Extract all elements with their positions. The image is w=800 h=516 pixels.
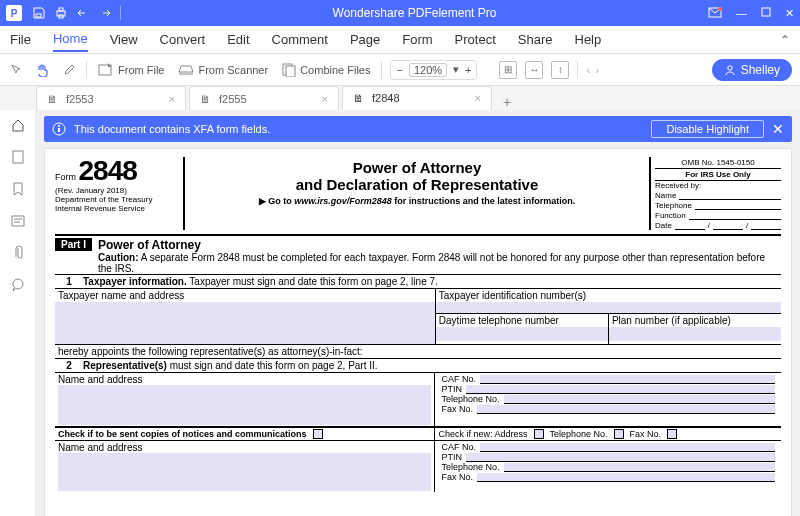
fit-page-icon[interactable]: ⊞ — [499, 61, 517, 79]
row-label: Representative(s) — [83, 360, 167, 371]
svg-rect-12 — [13, 151, 23, 163]
prev-page-icon[interactable]: ‹ — [586, 64, 590, 76]
thumbnails-icon[interactable] — [9, 148, 27, 166]
chat-icon[interactable] — [9, 276, 27, 294]
form-dept2: Internal Revenue Service — [55, 205, 179, 214]
caution-label: Caution: — [98, 252, 139, 263]
window-title: Wondershare PDFelement Pro — [121, 6, 708, 20]
telno-field[interactable] — [504, 395, 775, 404]
zoom-out-button[interactable]: − — [396, 64, 402, 76]
tab-f2848[interactable]: 🗎 f2848 × — [342, 86, 492, 110]
next-page-icon[interactable]: › — [595, 64, 599, 76]
titlebar: P Wondershare PDFelement Pro — ✕ — [0, 0, 800, 26]
date-field-3[interactable] — [751, 221, 781, 230]
zoom-in-button[interactable]: + — [465, 64, 471, 76]
save-icon[interactable] — [32, 6, 46, 20]
tab-f2555[interactable]: 🗎 f2555 × — [189, 86, 339, 110]
caf2-field[interactable] — [480, 443, 775, 452]
check-copies-checkbox[interactable] — [313, 429, 323, 439]
zoom-dropdown-icon[interactable]: ▾ — [453, 63, 459, 76]
close-infobar-icon[interactable]: ✕ — [772, 121, 784, 137]
attachments-icon[interactable] — [9, 244, 27, 262]
caf-label: CAF No. — [441, 374, 476, 384]
home-icon[interactable] — [9, 116, 27, 134]
close-button[interactable]: ✕ — [785, 7, 794, 20]
menu-protect[interactable]: Protect — [455, 32, 496, 47]
taxpayer-name-address-field[interactable] — [55, 302, 435, 344]
comments-icon[interactable] — [9, 212, 27, 230]
user-name: Shelley — [741, 63, 780, 77]
rep2-name-addr-label: Name and address — [58, 442, 431, 453]
close-tab-icon[interactable]: × — [169, 93, 175, 105]
function-field[interactable] — [689, 211, 781, 220]
menu-home[interactable]: Home — [53, 31, 88, 52]
date-field-1[interactable] — [675, 221, 705, 230]
menu-comment[interactable]: Comment — [272, 32, 328, 47]
combine-files-button[interactable]: Combine Files — [279, 61, 373, 79]
row-2: 2 Representative(s) must sign and date t… — [55, 358, 781, 373]
menu-page[interactable]: Page — [350, 32, 380, 47]
menu-convert[interactable]: Convert — [160, 32, 206, 47]
rep-name-addr-field[interactable] — [58, 385, 431, 425]
faxno2-label: Fax No. — [441, 472, 473, 482]
function-label: Function — [655, 211, 686, 220]
faxno2-field[interactable] — [477, 473, 775, 482]
from-scanner-button[interactable]: From Scanner — [175, 62, 271, 78]
notification-icon[interactable] — [708, 7, 722, 20]
menu-view[interactable]: View — [110, 32, 138, 47]
tin-field[interactable] — [436, 302, 781, 314]
document-pane: This document contains XFA form fields. … — [36, 110, 800, 516]
fit-height-icon[interactable]: ↕ — [551, 61, 569, 79]
collapse-ribbon-icon[interactable]: ⌃ — [780, 33, 790, 47]
from-file-button[interactable]: From File — [95, 61, 167, 79]
separator — [577, 61, 578, 79]
ptin-field[interactable] — [466, 385, 775, 394]
zoom-value[interactable]: 120% — [409, 63, 447, 77]
tab-label: f2848 — [372, 92, 467, 104]
ptin2-field[interactable] — [466, 453, 775, 462]
check-address-checkbox[interactable] — [534, 429, 544, 439]
bookmarks-icon[interactable] — [9, 180, 27, 198]
select-tool-icon[interactable] — [8, 61, 26, 79]
doc-icon: 🗎 — [200, 93, 211, 105]
row-num: 1 — [55, 276, 83, 287]
undo-icon[interactable] — [76, 6, 90, 20]
menu-form[interactable]: Form — [402, 32, 432, 47]
menu-share[interactable]: Share — [518, 32, 553, 47]
svg-rect-6 — [762, 8, 770, 16]
redo-icon[interactable] — [98, 6, 112, 20]
fit-width-icon[interactable]: ↔ — [525, 61, 543, 79]
caf-field[interactable] — [480, 375, 775, 384]
disable-highlight-button[interactable]: Disable Highlight — [651, 120, 764, 138]
telno2-field[interactable] — [504, 463, 775, 472]
ptin2-label: PTIN — [441, 452, 462, 462]
faxno-field[interactable] — [477, 405, 775, 414]
close-tab-icon[interactable]: × — [322, 93, 328, 105]
edit-tool-icon[interactable] — [60, 61, 78, 79]
hand-tool-icon[interactable] — [34, 61, 52, 79]
menu-file[interactable]: File — [10, 32, 31, 47]
user-account-button[interactable]: Shelley — [712, 59, 792, 81]
tab-f2553[interactable]: 🗎 f2553 × — [36, 86, 186, 110]
close-tab-icon[interactable]: × — [475, 92, 481, 104]
form-goto: ▶ Go to www.irs.gov/Form2848 for instruc… — [189, 196, 645, 206]
check-tel-checkbox[interactable] — [614, 429, 624, 439]
tab-label: f2555 — [219, 93, 314, 105]
minimize-button[interactable]: — — [736, 7, 747, 20]
daytel-field[interactable] — [436, 327, 608, 341]
plan-field[interactable] — [609, 327, 781, 341]
print-icon[interactable] — [54, 6, 68, 20]
form-title-2: and Declaration of Representative — [189, 176, 645, 193]
new-tab-button[interactable]: + — [495, 94, 519, 110]
rep2-name-addr-field[interactable] — [58, 453, 431, 491]
plan-label: Plan number (if applicable) — [609, 314, 781, 327]
name-field[interactable] — [679, 191, 781, 200]
check-fax-label: Fax No. — [630, 429, 662, 439]
menu-help[interactable]: Help — [575, 32, 602, 47]
maximize-button[interactable] — [761, 7, 771, 20]
date-field-2[interactable] — [713, 221, 743, 230]
menu-edit[interactable]: Edit — [227, 32, 249, 47]
check-fax-checkbox[interactable] — [667, 429, 677, 439]
telephone-field[interactable] — [695, 201, 781, 210]
row-text: must sign and date this form on page 2, … — [167, 360, 378, 371]
